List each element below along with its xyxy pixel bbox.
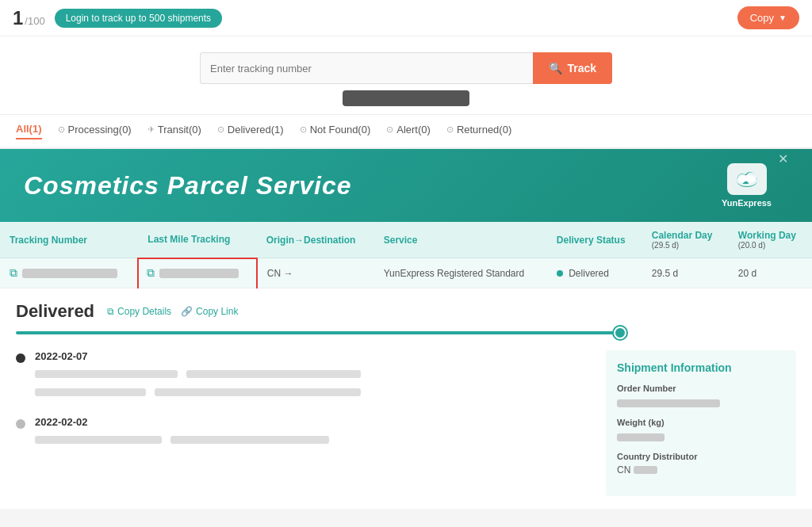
- country-label: Country Distributor: [617, 452, 785, 461]
- delivered-actions: ⧉ Copy Details 🔗 Copy Link: [107, 306, 238, 317]
- status-text: Delivered: [569, 268, 609, 279]
- shipment-counter: 1 /100: [13, 7, 45, 29]
- timeline-event-1b: [35, 385, 361, 397]
- transit-icon: ✈: [147, 124, 155, 135]
- tab-all[interactable]: All(1): [16, 123, 42, 139]
- delivered-header: Delivered ⧉ Copy Details 🔗 Copy Link: [16, 301, 796, 322]
- tab-all-label: All(1): [16, 123, 42, 135]
- weight-label: Weight (kg): [617, 418, 785, 427]
- lastmile-copy-icon[interactable]: ⧉: [147, 266, 155, 280]
- progress-bar: [16, 331, 626, 334]
- login-track-button[interactable]: Login to track up to 500 shipments: [55, 9, 222, 28]
- timeline-date-2: 2022-02-02: [16, 416, 590, 451]
- col-calendar: Calendar Day (29.5 d): [642, 222, 729, 258]
- main-content: Tracking Number Last Mile Tracking Origi…: [0, 222, 812, 509]
- top-bar: 1 /100 Login to track up to 500 shipment…: [0, 0, 812, 36]
- col-lastmile: Last Mile Tracking: [138, 222, 256, 258]
- timeline-event-2a: [35, 433, 329, 445]
- carrier-banner-title: Cosmetics Parcel Service: [24, 171, 352, 200]
- cell-tracking: ⧉: [0, 258, 138, 288]
- copy-link-link[interactable]: 🔗 Copy Link: [181, 306, 238, 317]
- banner-close-icon[interactable]: ✕: [778, 151, 788, 166]
- copy-details-label: Copy Details: [117, 306, 171, 317]
- delivered-title: Delivered: [16, 301, 94, 322]
- returned-icon: ⊙: [446, 124, 454, 135]
- copy-details-link[interactable]: ⧉ Copy Details: [107, 306, 171, 317]
- col-tracking: Tracking Number: [0, 222, 138, 258]
- tab-transit[interactable]: ✈ Transit(0): [147, 124, 201, 139]
- cell-origin: CN →: [257, 258, 374, 288]
- tab-returned[interactable]: ⊙ Returned(0): [446, 124, 511, 139]
- timeline-date-1: 2022-02-07: [16, 350, 590, 403]
- copy-button[interactable]: Copy ▼: [737, 6, 799, 29]
- country-field: Country Distributor CN: [617, 452, 785, 475]
- order-number-label: Order Number: [617, 384, 785, 393]
- search-input[interactable]: [200, 52, 533, 84]
- tab-transit-label: Transit(0): [158, 124, 201, 136]
- tab-alert[interactable]: ⊙ Alert(0): [386, 124, 431, 139]
- tab-processing[interactable]: ⊙ Processing(0): [58, 124, 132, 139]
- tab-alert-label: Alert(0): [396, 124, 431, 136]
- timeline-dot-1: [16, 353, 25, 363]
- carrier-banner: Cosmetics Parcel Service ☁ YunExpress ✕: [0, 149, 812, 222]
- progress-bar-dot: [614, 327, 626, 339]
- cell-working: 20 d: [729, 258, 812, 288]
- table-row: ⧉ ⧉ CN → YunExpress Registered Standard …: [0, 258, 812, 288]
- timeline-column: 2022-02-07: [16, 350, 606, 496]
- tab-delivered-label: Delivered(1): [228, 124, 284, 136]
- col-working: Working Day (20.0 d): [729, 222, 812, 258]
- date-label-2: 2022-02-02: [35, 416, 329, 428]
- order-number-field: Order Number: [617, 384, 785, 408]
- search-icon: 🔍: [549, 62, 562, 74]
- copy-dropdown-arrow: ▼: [779, 13, 787, 22]
- tracking-table: Tracking Number Last Mile Tracking Origi…: [0, 222, 812, 288]
- counter-total: /100: [25, 15, 44, 27]
- tracking-copy-icon[interactable]: ⧉: [10, 266, 17, 280]
- tab-returned-label: Returned(0): [457, 124, 511, 136]
- timeline-dot-2: [16, 419, 25, 429]
- svg-text:☁: ☁: [742, 178, 749, 185]
- search-area: 🔍 Track: [0, 36, 812, 115]
- date-label-1: 2022-02-07: [35, 350, 361, 362]
- copy-label: Copy: [750, 12, 774, 24]
- timeline-event-1a: [35, 367, 361, 379]
- col-status: Delivery Status: [547, 222, 642, 258]
- info-column: Shipment Information Order Number Weight…: [606, 350, 796, 496]
- status-dot: [557, 270, 563, 277]
- cell-calendar: 29.5 d: [642, 258, 729, 288]
- order-number-value: [617, 399, 720, 407]
- carrier-tag: [343, 90, 469, 106]
- two-col-layout: 2022-02-07: [16, 350, 796, 496]
- copy-link-label: Copy Link: [196, 306, 238, 317]
- filter-tabs: All(1) ⊙ Processing(0) ✈ Transit(0) ⊙ De…: [0, 115, 812, 149]
- tab-notfound-label: Not Found(0): [310, 124, 371, 136]
- tab-delivered[interactable]: ⊙ Delivered(1): [217, 124, 284, 139]
- delivered-icon: ⊙: [217, 124, 224, 135]
- carrier-logo-text: YunExpress: [722, 198, 772, 208]
- track-button[interactable]: 🔍 Track: [533, 52, 612, 84]
- col-origin: Origin→Destination: [257, 222, 374, 258]
- track-label: Track: [567, 62, 596, 74]
- carrier-logo-icon: ☁: [727, 163, 767, 195]
- tracking-number-blurred: [22, 269, 117, 278]
- alert-icon: ⊙: [386, 124, 393, 135]
- search-row: 🔍 Track: [200, 52, 612, 84]
- notfound-icon: ⊙: [300, 124, 307, 135]
- weight-field: Weight (kg): [617, 418, 785, 442]
- country-value: CN: [617, 464, 785, 475]
- cell-status: Delivered: [547, 258, 642, 288]
- top-bar-left: 1 /100 Login to track up to 500 shipment…: [13, 7, 222, 29]
- delivered-section: Delivered ⧉ Copy Details 🔗 Copy Link: [0, 288, 812, 509]
- weight-value: [617, 433, 665, 441]
- country-code: CN: [617, 464, 630, 475]
- link-icon: 🔗: [181, 306, 193, 317]
- shipment-info-panel: Shipment Information Order Number Weight…: [606, 350, 796, 496]
- cell-service: YunExpress Registered Standard: [374, 258, 547, 288]
- country-blurred: [634, 466, 657, 474]
- copy-details-icon: ⧉: [107, 306, 114, 317]
- carrier-logo: ☁ YunExpress: [722, 163, 772, 208]
- tab-processing-label: Processing(0): [68, 124, 132, 136]
- processing-icon: ⊙: [58, 124, 65, 135]
- counter-current: 1: [13, 7, 23, 29]
- tab-notfound[interactable]: ⊙ Not Found(0): [300, 124, 371, 139]
